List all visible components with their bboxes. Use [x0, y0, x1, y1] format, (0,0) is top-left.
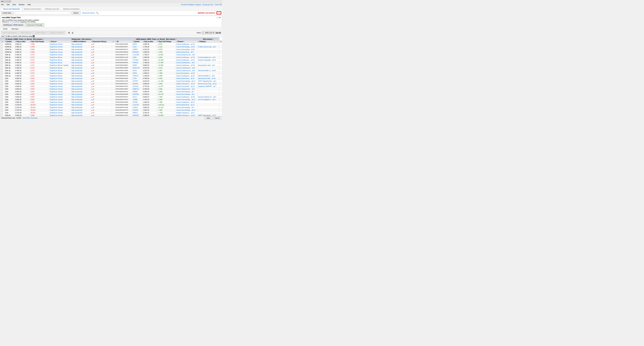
row-checkbox[interactable]: [1, 83, 3, 84]
row-checkbox[interactable]: [1, 51, 3, 53]
pathway-link[interactable]: Adrenomedullin si....all 20: [198, 70, 216, 71]
row-checkbox[interactable]: [1, 80, 3, 82]
disease-link[interactable]: Cancer,Cardiovasc....all 15: [176, 43, 194, 45]
disease-link[interactable]: Cancer,Dermatologi....all 7: [176, 107, 194, 108]
mirna-x-btn[interactable]: ✕: [2, 41, 3, 42]
source-link[interactable]: TargetScan Human: [50, 112, 63, 114]
disease-link[interactable]: Auditory Disease,C....all 26: [176, 114, 195, 116]
disease-link[interactable]: Antimicrobial Resp....all 12: [176, 104, 194, 106]
table-view-icon-button[interactable]: ⊞: [68, 32, 70, 34]
pathway-link[interactable]: Amyotrophic Later....all 5: [198, 64, 215, 66]
disease-link[interactable]: Cancer,Cardiovascul....all 8: [176, 67, 195, 69]
mrna-symbol-link[interactable]: CAV2: [133, 46, 137, 48]
extra-x-btn[interactable]: ✕: [220, 41, 222, 42]
filter-close-icon[interactable]: ✕: [219, 17, 220, 19]
row-checkbox[interactable]: [1, 67, 3, 69]
table-row[interactable]: 106b-3p4.45E-02↑2.271TargetScan MouseHig…: [0, 59, 222, 61]
advanced-search-icon[interactable]: 🔍: [96, 12, 98, 14]
row-checkbox[interactable]: [1, 59, 3, 61]
prev-page-button[interactable]: ◀◀: [216, 31, 218, 34]
rel-edit-cols-plus[interactable]: +: [91, 38, 92, 40]
mrna-symbol-link[interactable]: CCR7: [133, 78, 137, 79]
sub-tab-details[interactable]: Details: [1, 28, 9, 30]
source-link[interactable]: TargetScan Human: [50, 101, 63, 103]
col-mrna-pval[interactable]: ✕ Expr p-value: [142, 41, 156, 43]
col-ep-x[interactable]: ✕: [91, 41, 92, 42]
source-link[interactable]: TargetScan Human: [50, 85, 63, 87]
feedback-link[interactable]: Provide Feedback | Support: [181, 4, 201, 6]
table-row[interactable]: 12564.82E-02↑3.027TargetScan HumanHigh (…: [0, 82, 222, 85]
table-row[interactable]: 12564.82E-02↑3.027TargetScan HumanHigh (…: [0, 77, 222, 80]
menu-window[interactable]: Window: [18, 3, 25, 6]
table-container[interactable]: IA dataset: miRNA_Tumor_vs_Normal Edit c…: [0, 38, 222, 116]
col-source-t[interactable]: T: [56, 41, 57, 42]
disease-link[interactable]: Cancer,Cardiovasc....all 14: [176, 101, 194, 103]
row-checkbox[interactable]: [1, 75, 3, 77]
col-dis-t[interactable]: T: [184, 41, 184, 42]
mrna-symbol-link[interactable]: CNTFR: [133, 80, 138, 82]
col-conf-x[interactable]: ✕: [72, 41, 72, 42]
mrna-edit-cols-plus[interactable]: +: [176, 38, 176, 40]
row-checkbox[interactable]: [1, 93, 3, 95]
mrna-symbol-link[interactable]: EDNRA: [133, 83, 138, 85]
tab-diseases-functions[interactable]: Diseases and Functions: [22, 7, 43, 11]
row-checkbox[interactable]: [1, 54, 3, 55]
close-ipa-link[interactable]: Close IPA: [215, 4, 222, 6]
table-row[interactable]: 10399-5p2.85E-02↑3.402TargetScan HumanHi…: [0, 51, 222, 53]
confidence-link[interactable]: High (predicted): [72, 43, 82, 45]
table-row[interactable]: 106b-3p4.45E-02↑2.271TargetScan MouseHig…: [0, 67, 222, 69]
col-expr-pval[interactable]: ✕ Expr p-value: [14, 41, 29, 43]
confidence-link[interactable]: High (predicted): [72, 114, 82, 116]
confidence-link[interactable]: High (predicted): [72, 88, 82, 90]
create-new-button[interactable]: Create New...: [1, 11, 14, 15]
table-row[interactable]: 12583.27E-03↑20.513TargetScan HumanHigh …: [0, 106, 222, 109]
cancel-button[interactable]: Cancel: [213, 116, 221, 119]
source-link[interactable]: TargetScan Human: [50, 54, 63, 56]
close-btn[interactable]: ✕: [9, 1, 11, 3]
mrna-symbol-link[interactable]: PARM1: [133, 91, 138, 92]
pathway-link[interactable]: Axonal Guidance Si....all 9: [198, 96, 216, 98]
source-link[interactable]: TargetScan Human: [50, 88, 63, 90]
search-input[interactable]: [15, 12, 70, 14]
table-row[interactable]: 106b-3p4.45E-02↑2.271TargetScan MouseHig…: [0, 72, 222, 74]
sub-tab-summary[interactable]: Summary: [10, 28, 20, 30]
table-row[interactable]: 12564.82E-02↑3.027TargetScan HumanHigh (…: [0, 90, 222, 93]
disease-link[interactable]: Cancer,Dermatolog....all 12: [176, 49, 195, 50]
col-source-x[interactable]: ✕: [50, 41, 51, 42]
confidence-link[interactable]: High (predicted): [72, 80, 82, 82]
disease-link[interactable]: Auditory Disease,C....all 23: [176, 83, 195, 85]
row-checkbox[interactable]: [1, 43, 3, 45]
source-link[interactable]: TargetScan Mouse: [50, 62, 62, 63]
confidence-link[interactable]: High (predicted): [72, 109, 82, 111]
table-row[interactable]: 12564.82E-02↑3.027TargetScan HumanHigh (…: [0, 85, 222, 88]
col-ep-t[interactable]: T: [106, 41, 107, 42]
pathway-link[interactable]: CNTF Signaling Rol....all 2: [198, 80, 216, 82]
confidence-link[interactable]: High (predicted): [72, 91, 82, 92]
table-row[interactable]: 106b-3p4.45E-02↑2.271TargetScan MouseHig…: [0, 69, 222, 72]
col-source[interactable]: ✕ Source T: [49, 41, 71, 43]
col-path-t[interactable]: T: [206, 41, 206, 42]
disease-link[interactable]: Cancer,Developmen....all 6: [176, 62, 195, 63]
qiagen-logo-text[interactable]: QIAGEN Land Explorer: [198, 12, 216, 14]
pathway-link[interactable]: Communication be....all 4: [198, 56, 216, 58]
table-row[interactable]: 1266-5p4.63E-02↑2.965TargetScan HumanHig…: [0, 114, 222, 116]
source-link[interactable]: TargetScan Human: [50, 46, 63, 48]
confidence-link[interactable]: High (predicted): [72, 83, 82, 85]
mrna-symbol-link[interactable]: CLEC4G: [133, 104, 139, 106]
pathway-link[interactable]: G Beta Gamma Sig....all 2: [198, 46, 216, 48]
source-link[interactable]: TargetScan Human: [50, 51, 63, 53]
source-link[interactable]: TargetScan Human: [50, 43, 63, 45]
source-link[interactable]: TargetScan Human: [50, 91, 63, 92]
row-checkbox[interactable]: [1, 56, 3, 58]
mrna-symbol-link[interactable]: SSPN: [133, 72, 137, 74]
col-mrna-fc[interactable]: ✕ Expr Fold Change: [156, 41, 176, 43]
disease-link[interactable]: Antimicrobial Resp....all 24: [176, 78, 194, 79]
row-checkbox[interactable]: [1, 101, 3, 103]
pathway-link[interactable]: Adrenomedullin si....all 2: [198, 75, 215, 77]
row-checkbox[interactable]: [1, 69, 3, 71]
tab-genes-chemicals[interactable]: Genes and Chemicals: [1, 7, 22, 11]
col-expr-fc-x[interactable]: ✕: [30, 41, 31, 42]
save-button[interactable]: Save: [205, 116, 212, 119]
disease-link[interactable]: Auditory Disease,C....all 17: [176, 112, 195, 114]
table-row[interactable]: 12564.82E-02↑3.027TargetScan HumanHigh (…: [0, 93, 222, 96]
